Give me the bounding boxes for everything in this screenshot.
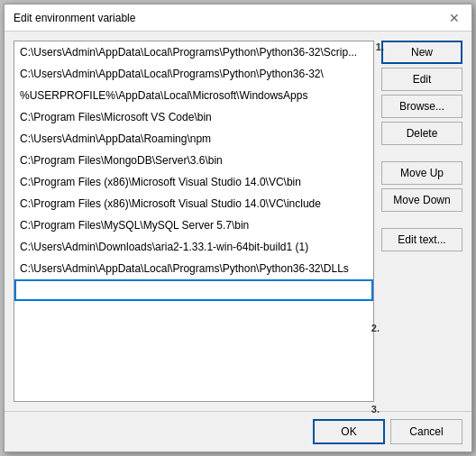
edit-text-button[interactable]: Edit text... (381, 228, 462, 251)
new-button[interactable]: New (381, 41, 462, 64)
browse-button[interactable]: Browse... (381, 95, 462, 118)
cancel-button[interactable]: Cancel (390, 419, 462, 444)
title-bar: Edit environment variable ✕ (5, 5, 471, 32)
edit-button[interactable]: Edit (381, 68, 462, 91)
list-item[interactable]: C:\Users\Admin\AppData\Roaming\npm (14, 128, 373, 150)
list-item-editing[interactable] (14, 279, 373, 301)
list-item[interactable]: C:\Users\Admin\AppData\Local\Programs\Py… (14, 63, 373, 85)
dialog-footer: OK Cancel (5, 411, 471, 451)
list-item[interactable]: C:\Program Files (x86)\Microsoft Visual … (14, 171, 373, 193)
badge-1: 1. (376, 41, 384, 52)
list-item[interactable]: C:\Program Files\MySQL\MySQL Server 5.7\… (14, 214, 373, 236)
list-item[interactable]: C:\Users\Admin\Downloads\aria2-1.33.1-wi… (14, 236, 373, 258)
list-item[interactable]: C:\Users\Admin\AppData\Local\Programs\Py… (14, 258, 373, 279)
move-down-button[interactable]: Move Down (381, 188, 462, 212)
list-item[interactable]: C:\Program Files\Microsoft VS Code\bin (14, 106, 373, 128)
list-item[interactable]: C:\Program Files\MongoDB\Server\3.6\bin (14, 150, 373, 171)
list-item[interactable]: C:\Users\Admin\AppData\Local\Programs\Py… (14, 41, 373, 63)
dialog-body: C:\Users\Admin\AppData\Local\Programs\Py… (5, 32, 471, 411)
badge-2: 2. (371, 323, 380, 333)
dialog: Edit environment variable ✕ C:\Users\Adm… (4, 4, 472, 452)
delete-button[interactable]: Delete (381, 122, 462, 145)
list-item[interactable]: C:\Program Files (x86)\Microsoft Visual … (14, 193, 373, 214)
move-up-button[interactable]: Move Up (381, 161, 462, 185)
buttons-panel: New Edit Browse... Delete Move Up Move D… (381, 41, 462, 402)
path-list[interactable]: C:\Users\Admin\AppData\Local\Programs\Py… (14, 41, 374, 402)
path-edit-input[interactable] (18, 282, 370, 298)
dialog-title: Edit environment variable (14, 12, 135, 24)
list-item[interactable]: %USERPROFILE%\AppData\Local\Microsoft\Wi… (14, 85, 373, 106)
close-button[interactable]: ✕ (446, 10, 462, 26)
badge-3: 3. (371, 404, 380, 415)
ok-button[interactable]: OK (313, 419, 385, 444)
